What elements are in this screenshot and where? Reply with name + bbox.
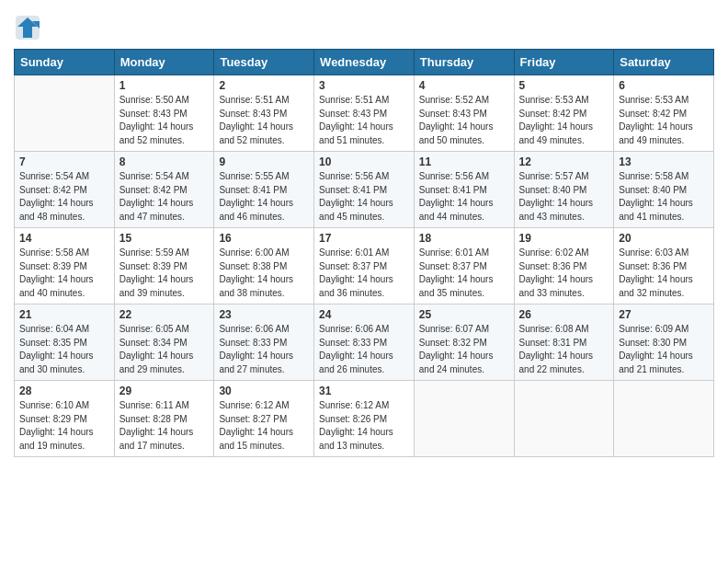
logo-icon bbox=[14, 14, 41, 41]
calendar-cell: 27Sunrise: 6:09 AM Sunset: 8:30 PM Dayli… bbox=[614, 304, 714, 381]
header-cell-wednesday: Wednesday bbox=[314, 50, 415, 75]
day-number: 28 bbox=[19, 385, 109, 397]
calendar-cell: 5Sunrise: 5:53 AM Sunset: 8:42 PM Daylig… bbox=[514, 75, 614, 152]
day-number: 26 bbox=[519, 308, 609, 321]
calendar-week-3: 21Sunrise: 6:04 AM Sunset: 8:35 PM Dayli… bbox=[15, 304, 714, 381]
day-info: Sunrise: 5:52 AM Sunset: 8:43 PM Dayligh… bbox=[419, 94, 509, 147]
calendar-week-2: 14Sunrise: 5:58 AM Sunset: 8:39 PM Dayli… bbox=[15, 228, 714, 304]
day-info: Sunrise: 5:54 AM Sunset: 8:42 PM Dayligh… bbox=[19, 170, 109, 224]
calendar-cell: 26Sunrise: 6:08 AM Sunset: 8:31 PM Dayli… bbox=[514, 304, 614, 381]
day-number: 4 bbox=[419, 79, 509, 92]
day-info: Sunrise: 6:01 AM Sunset: 8:37 PM Dayligh… bbox=[419, 247, 509, 300]
day-number: 20 bbox=[619, 232, 709, 245]
header-cell-thursday: Thursday bbox=[414, 50, 514, 75]
day-number: 2 bbox=[219, 79, 309, 92]
day-info: Sunrise: 6:02 AM Sunset: 8:36 PM Dayligh… bbox=[519, 247, 609, 300]
day-info: Sunrise: 5:59 AM Sunset: 8:39 PM Dayligh… bbox=[119, 247, 210, 300]
calendar-cell: 2Sunrise: 5:51 AM Sunset: 8:43 PM Daylig… bbox=[214, 75, 314, 152]
day-number: 8 bbox=[119, 155, 210, 168]
day-number: 23 bbox=[219, 308, 309, 321]
day-info: Sunrise: 6:12 AM Sunset: 8:26 PM Dayligh… bbox=[319, 399, 409, 453]
day-info: Sunrise: 6:12 AM Sunset: 8:27 PM Dayligh… bbox=[219, 399, 309, 453]
day-info: Sunrise: 6:09 AM Sunset: 8:30 PM Dayligh… bbox=[619, 323, 709, 376]
day-number: 27 bbox=[619, 308, 709, 321]
day-info: Sunrise: 5:55 AM Sunset: 8:41 PM Dayligh… bbox=[219, 170, 309, 224]
calendar-cell: 30Sunrise: 6:12 AM Sunset: 8:27 PM Dayli… bbox=[214, 381, 314, 457]
calendar-cell: 4Sunrise: 5:52 AM Sunset: 8:43 PM Daylig… bbox=[414, 75, 514, 152]
calendar-cell: 7Sunrise: 5:54 AM Sunset: 8:42 PM Daylig… bbox=[15, 152, 115, 228]
day-info: Sunrise: 6:07 AM Sunset: 8:32 PM Dayligh… bbox=[419, 323, 509, 376]
day-info: Sunrise: 6:06 AM Sunset: 8:33 PM Dayligh… bbox=[219, 323, 309, 376]
day-number: 22 bbox=[119, 308, 210, 321]
calendar-cell: 22Sunrise: 6:05 AM Sunset: 8:34 PM Dayli… bbox=[114, 304, 214, 381]
day-number: 13 bbox=[619, 155, 709, 168]
calendar-cell: 6Sunrise: 5:53 AM Sunset: 8:42 PM Daylig… bbox=[614, 75, 714, 152]
day-info: Sunrise: 5:57 AM Sunset: 8:40 PM Dayligh… bbox=[519, 170, 609, 224]
calendar-cell: 24Sunrise: 6:06 AM Sunset: 8:33 PM Dayli… bbox=[314, 304, 415, 381]
day-info: Sunrise: 5:54 AM Sunset: 8:42 PM Dayligh… bbox=[119, 170, 210, 224]
day-info: Sunrise: 5:51 AM Sunset: 8:43 PM Dayligh… bbox=[319, 94, 409, 147]
calendar-cell bbox=[414, 381, 514, 457]
calendar-cell: 16Sunrise: 6:00 AM Sunset: 8:38 PM Dayli… bbox=[214, 228, 314, 304]
day-number: 14 bbox=[19, 232, 109, 245]
logo bbox=[14, 14, 45, 41]
day-number: 30 bbox=[219, 385, 309, 397]
day-info: Sunrise: 6:03 AM Sunset: 8:36 PM Dayligh… bbox=[619, 247, 709, 300]
header-cell-friday: Friday bbox=[514, 50, 614, 75]
day-number: 18 bbox=[419, 232, 509, 245]
calendar-body: 1Sunrise: 5:50 AM Sunset: 8:43 PM Daylig… bbox=[15, 75, 714, 457]
calendar-cell: 15Sunrise: 5:59 AM Sunset: 8:39 PM Dayli… bbox=[114, 228, 214, 304]
calendar-cell: 10Sunrise: 5:56 AM Sunset: 8:41 PM Dayli… bbox=[314, 152, 415, 228]
day-info: Sunrise: 5:51 AM Sunset: 8:43 PM Dayligh… bbox=[219, 94, 309, 147]
day-number: 21 bbox=[19, 308, 109, 321]
day-info: Sunrise: 6:10 AM Sunset: 8:29 PM Dayligh… bbox=[19, 399, 109, 453]
calendar-cell: 31Sunrise: 6:12 AM Sunset: 8:26 PM Dayli… bbox=[314, 381, 415, 457]
calendar-cell: 20Sunrise: 6:03 AM Sunset: 8:36 PM Dayli… bbox=[614, 228, 714, 304]
calendar-cell: 1Sunrise: 5:50 AM Sunset: 8:43 PM Daylig… bbox=[114, 75, 214, 152]
calendar-cell: 9Sunrise: 5:55 AM Sunset: 8:41 PM Daylig… bbox=[214, 152, 314, 228]
calendar-week-0: 1Sunrise: 5:50 AM Sunset: 8:43 PM Daylig… bbox=[15, 75, 714, 152]
day-info: Sunrise: 6:06 AM Sunset: 8:33 PM Dayligh… bbox=[319, 323, 409, 376]
day-number: 29 bbox=[119, 385, 210, 397]
day-info: Sunrise: 6:05 AM Sunset: 8:34 PM Dayligh… bbox=[119, 323, 210, 376]
calendar-table: SundayMondayTuesdayWednesdayThursdayFrid… bbox=[14, 49, 714, 457]
day-number: 3 bbox=[319, 79, 409, 92]
header-cell-tuesday: Tuesday bbox=[214, 50, 314, 75]
calendar-cell: 8Sunrise: 5:54 AM Sunset: 8:42 PM Daylig… bbox=[114, 152, 214, 228]
calendar-cell: 25Sunrise: 6:07 AM Sunset: 8:32 PM Dayli… bbox=[414, 304, 514, 381]
day-number: 9 bbox=[219, 155, 309, 168]
day-info: Sunrise: 6:04 AM Sunset: 8:35 PM Dayligh… bbox=[19, 323, 109, 376]
calendar-cell: 19Sunrise: 6:02 AM Sunset: 8:36 PM Dayli… bbox=[514, 228, 614, 304]
calendar-cell: 18Sunrise: 6:01 AM Sunset: 8:37 PM Dayli… bbox=[414, 228, 514, 304]
calendar-cell bbox=[514, 381, 614, 457]
day-info: Sunrise: 6:01 AM Sunset: 8:37 PM Dayligh… bbox=[319, 247, 409, 300]
day-number: 31 bbox=[319, 385, 409, 397]
calendar-cell bbox=[15, 75, 115, 152]
day-info: Sunrise: 5:58 AM Sunset: 8:39 PM Dayligh… bbox=[19, 247, 109, 300]
day-info: Sunrise: 5:50 AM Sunset: 8:43 PM Dayligh… bbox=[119, 94, 210, 147]
day-info: Sunrise: 5:56 AM Sunset: 8:41 PM Dayligh… bbox=[319, 170, 409, 224]
day-number: 12 bbox=[519, 155, 609, 168]
calendar-cell: 17Sunrise: 6:01 AM Sunset: 8:37 PM Dayli… bbox=[314, 228, 415, 304]
calendar-cell: 13Sunrise: 5:58 AM Sunset: 8:40 PM Dayli… bbox=[614, 152, 714, 228]
day-info: Sunrise: 5:58 AM Sunset: 8:40 PM Dayligh… bbox=[619, 170, 709, 224]
day-info: Sunrise: 6:00 AM Sunset: 8:38 PM Dayligh… bbox=[219, 247, 309, 300]
day-number: 6 bbox=[619, 79, 709, 92]
day-info: Sunrise: 6:08 AM Sunset: 8:31 PM Dayligh… bbox=[519, 323, 609, 376]
day-info: Sunrise: 5:53 AM Sunset: 8:42 PM Dayligh… bbox=[619, 94, 709, 147]
calendar-cell: 3Sunrise: 5:51 AM Sunset: 8:43 PM Daylig… bbox=[314, 75, 415, 152]
day-number: 19 bbox=[519, 232, 609, 245]
day-number: 15 bbox=[119, 232, 210, 245]
calendar-cell: 28Sunrise: 6:10 AM Sunset: 8:29 PM Dayli… bbox=[15, 381, 115, 457]
calendar-cell: 21Sunrise: 6:04 AM Sunset: 8:35 PM Dayli… bbox=[15, 304, 115, 381]
day-number: 10 bbox=[319, 155, 409, 168]
day-info: Sunrise: 5:53 AM Sunset: 8:42 PM Dayligh… bbox=[519, 94, 609, 147]
header-cell-sunday: Sunday bbox=[15, 50, 115, 75]
day-number: 5 bbox=[519, 79, 609, 92]
day-number: 16 bbox=[219, 232, 309, 245]
calendar-week-4: 28Sunrise: 6:10 AM Sunset: 8:29 PM Dayli… bbox=[15, 381, 714, 457]
day-number: 11 bbox=[419, 155, 509, 168]
page-header bbox=[14, 9, 714, 41]
day-number: 24 bbox=[319, 308, 409, 321]
day-number: 17 bbox=[319, 232, 409, 245]
